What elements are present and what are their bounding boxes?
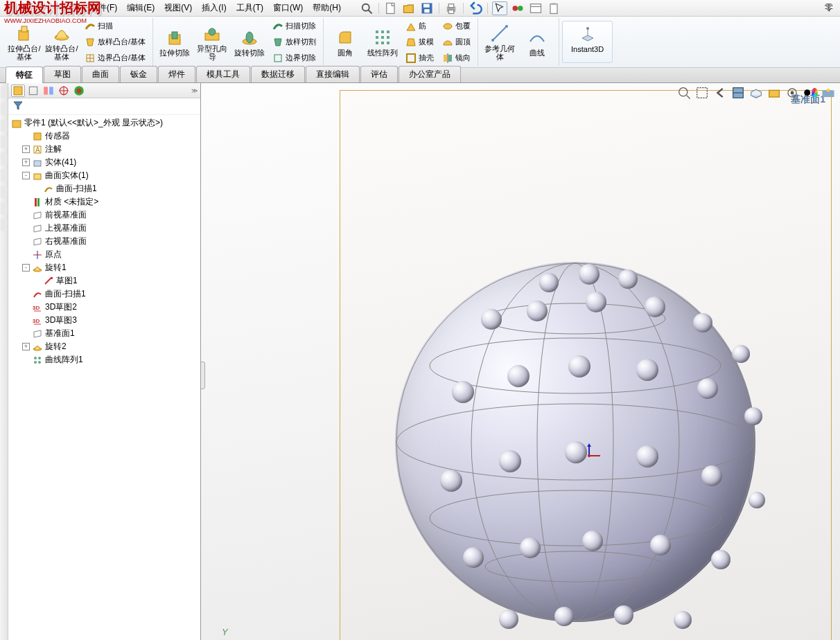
fillet-button[interactable]: 圆角 — [326, 18, 364, 66]
dome-button[interactable]: 圆顶 — [439, 36, 473, 48]
strip-btn-3[interactable] — [1, 119, 8, 132]
tree-item[interactable]: 上视基准面 — [11, 222, 198, 235]
ref-geometry-button[interactable]: 参考几何体 — [481, 18, 518, 66]
strip-btn-5[interactable] — [1, 152, 8, 165]
tree-item[interactable]: 右视基准面 — [11, 235, 198, 248]
panel-splitter[interactable] — [201, 362, 205, 389]
strip-btn-4[interactable] — [1, 136, 8, 148]
extrude-boss-button[interactable]: 拉伸凸台/基体 — [6, 18, 43, 66]
menu-insert[interactable]: 插入(I) — [198, 1, 230, 15]
hide-show-icon[interactable] — [785, 86, 800, 100]
scene-icon[interactable] — [821, 86, 836, 100]
strip-btn-8[interactable] — [1, 202, 8, 215]
tree-item[interactable]: 基准面1 — [11, 327, 198, 340]
search-icon[interactable] — [359, 1, 374, 15]
extrude-cut-button[interactable]: 拉伸切除 — [156, 18, 193, 66]
menu-tools[interactable]: 工具(T) — [232, 1, 268, 15]
print-icon[interactable] — [444, 1, 459, 15]
graphics-viewport[interactable]: 基准面1 Y — [201, 83, 840, 640]
curves-button[interactable]: 曲线 — [518, 18, 556, 66]
tab-sheetmetal[interactable]: 钣金 — [120, 66, 157, 82]
hole-wizard-button[interactable]: 异型孔向导 — [193, 18, 231, 66]
tree-item[interactable]: -曲面实体(1) — [11, 169, 198, 182]
strip-btn-6[interactable] — [1, 169, 8, 181]
tree-item[interactable]: 材质 <未指定> — [11, 195, 198, 208]
boundary-cut-button[interactable]: 边界切除 — [270, 52, 319, 64]
tab-features[interactable]: 特征 — [6, 66, 43, 83]
fm-tab-dimxpert-icon[interactable] — [57, 85, 71, 97]
loft-button[interactable]: 放样凸台/基体 — [82, 36, 148, 48]
tree-item[interactable]: +实体(41) — [11, 156, 198, 169]
tree-item[interactable]: 传感器 — [11, 130, 198, 143]
mirror-button[interactable]: 镜向 — [439, 52, 473, 64]
tree-expander[interactable]: - — [22, 172, 30, 179]
shell-button[interactable]: 抽壳 — [403, 52, 437, 64]
open-icon[interactable] — [401, 1, 417, 15]
menu-file[interactable]: 文件(F) — [86, 1, 121, 15]
tab-directedit[interactable]: 直接编辑 — [306, 66, 360, 82]
tab-weldments[interactable]: 焊件 — [158, 66, 195, 82]
tree-item[interactable]: +旋转2 — [11, 340, 198, 353]
tree-item[interactable]: -旋转1 — [11, 261, 198, 274]
boundary-button[interactable]: 边界凸台/基体 — [82, 52, 148, 64]
tree-item[interactable]: 3D3D草图3 — [11, 314, 198, 327]
strip-btn-7[interactable] — [1, 186, 8, 198]
tree-expander[interactable]: - — [22, 264, 30, 272]
tab-sketch[interactable]: 草图 — [44, 66, 81, 82]
zoom-area-icon[interactable] — [694, 86, 710, 100]
tree-root[interactable]: 零件1 (默认<<默认>_外观 显示状态>) — [11, 116, 198, 130]
select-icon[interactable] — [492, 1, 507, 15]
tab-surfaces[interactable]: 曲面 — [82, 66, 119, 82]
tree-item[interactable]: 曲面-扫描1 — [11, 182, 198, 195]
fm-collapse-chevron-icon[interactable]: ≫ — [191, 87, 198, 94]
tab-datamigration[interactable]: 数据迁移 — [251, 66, 305, 82]
linear-pattern-button[interactable]: 线性阵列 — [364, 18, 401, 66]
fm-tab-property-icon[interactable] — [26, 85, 40, 97]
rebuild-icon[interactable] — [510, 1, 525, 15]
instant3d-button[interactable]: Instant3D — [562, 21, 613, 63]
options-icon[interactable] — [528, 1, 543, 15]
wrap-button[interactable]: 包覆 — [439, 20, 473, 33]
save-icon[interactable] — [419, 1, 435, 15]
tab-moldtools[interactable]: 模具工具 — [196, 66, 250, 82]
zoom-fit-icon[interactable] — [676, 86, 692, 100]
prev-view-icon[interactable] — [712, 86, 728, 100]
tree-item[interactable]: 3D3D草图2 — [11, 301, 198, 314]
tree-expander[interactable]: + — [22, 145, 30, 153]
fm-tab-config-icon[interactable] — [42, 85, 55, 97]
draft-button[interactable]: 拔模 — [403, 36, 437, 48]
tree-item[interactable]: 前视基准面 — [11, 208, 198, 222]
view-orientation-icon[interactable] — [749, 86, 764, 100]
sweep-button[interactable]: 扫描 — [82, 20, 148, 33]
menu-edit[interactable]: 编辑(E) — [123, 1, 159, 15]
fm-tab-display-icon[interactable] — [72, 85, 86, 97]
tree-expander[interactable]: + — [22, 343, 30, 350]
fm-tab-tree-icon[interactable] — [11, 85, 25, 97]
section-view-icon[interactable] — [730, 86, 746, 100]
tab-office[interactable]: 办公室产品 — [399, 66, 461, 82]
tree-item[interactable]: 草图1 — [11, 274, 198, 287]
rib-button[interactable]: 筋 — [403, 20, 437, 33]
undo-icon[interactable] — [468, 1, 483, 15]
tab-evaluate[interactable]: 评估 — [360, 66, 398, 82]
revolve-cut-button[interactable]: 旋转切除 — [231, 18, 268, 66]
new-doc-icon[interactable] — [383, 1, 399, 15]
tree-item[interactable]: 曲面-扫描1 — [11, 287, 198, 301]
clipboard-icon[interactable] — [546, 1, 561, 15]
tree-item[interactable]: 曲线阵列1 — [11, 353, 198, 366]
strip-btn-9[interactable] — [1, 219, 8, 231]
sweep-cut-button[interactable]: 扫描切除 — [270, 20, 319, 33]
strip-btn-2[interactable] — [1, 103, 8, 115]
menu-view[interactable]: 视图(V) — [160, 1, 196, 15]
revolve-boss-button[interactable]: 旋转凸台/基体 — [43, 18, 80, 66]
tree-filter[interactable] — [8, 98, 200, 115]
tree-item[interactable]: +A注解 — [11, 143, 198, 156]
strip-btn-1[interactable] — [1, 86, 8, 98]
appearance-icon[interactable] — [803, 86, 818, 100]
tree-item[interactable]: 原点 — [11, 248, 198, 261]
menu-help[interactable]: 帮助(H) — [308, 1, 345, 15]
loft-cut-button[interactable]: 放样切割 — [270, 36, 319, 48]
tree-expander[interactable]: + — [22, 159, 30, 166]
display-style-icon[interactable] — [767, 86, 782, 100]
menu-window[interactable]: 窗口(W) — [269, 1, 307, 15]
